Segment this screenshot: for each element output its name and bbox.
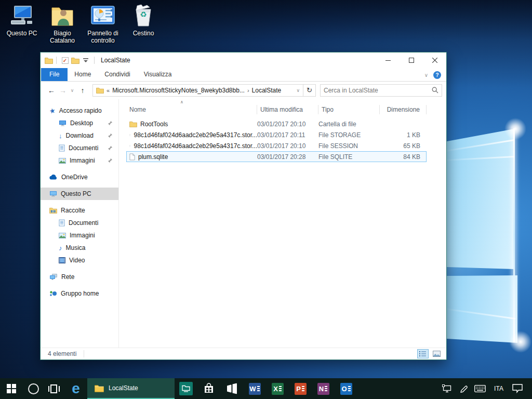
pin-icon <box>108 158 113 163</box>
sidebar-item-quick-access[interactable]: ★ Accesso rapido <box>41 104 118 117</box>
breadcrumb-parent[interactable]: Microsoft.MicrosoftStickyNotes_8wekyb3d8… <box>112 87 245 94</box>
column-headers: Nome Ultima modifica Tipo Dimensione <box>126 104 446 115</box>
details-view-button[interactable] <box>417 349 429 358</box>
cortana-icon <box>28 383 39 394</box>
windows-app-button[interactable] <box>220 378 243 399</box>
file-row-plum-sqlite[interactable]: plum.sqlite 03/01/2017 20:28 File SQLITE… <box>126 151 427 162</box>
help-button[interactable]: ? <box>433 71 441 79</box>
address-bar[interactable]: « Microsoft.MicrosoftStickyNotes_8wekyb3… <box>92 84 303 97</box>
title-bar[interactable]: ✓ LocalState <box>41 52 446 68</box>
sidebar-item-libraries[interactable]: Raccolte <box>41 204 118 217</box>
details-view-icon <box>419 351 427 357</box>
word-button[interactable]: W <box>243 378 266 399</box>
quick-access-icon: ★ <box>49 106 57 115</box>
excel-button[interactable]: X <box>266 378 289 399</box>
windows-logo-icon <box>7 384 16 393</box>
excel-letter: X <box>273 385 278 392</box>
address-dropdown-icon[interactable]: ∨ <box>296 88 300 93</box>
desktop-icon-control-panel[interactable]: Pannello di controllo <box>83 3 123 45</box>
sidebar-label: Documenti <box>69 144 98 152</box>
column-header-size[interactable]: Dimensione <box>380 105 427 114</box>
file-icon <box>129 142 130 150</box>
desktop: Questo PC Biagio Catalano <box>0 0 532 399</box>
refresh-button[interactable]: ↻ <box>303 84 316 97</box>
action-center-button[interactable] <box>509 378 526 399</box>
file-row-storage[interactable]: 98c1d46faf024d6aadc2eb29e5a4317c.stor...… <box>126 129 427 140</box>
history-caret-icon[interactable]: ∨ <box>69 88 76 93</box>
minimize-button[interactable] <box>376 52 400 68</box>
qat-properties-button[interactable]: ✓ <box>60 55 70 66</box>
taskbar-active-task[interactable]: LocalState <box>87 378 175 399</box>
close-button[interactable] <box>423 52 446 68</box>
cortana-button[interactable] <box>23 378 44 399</box>
sidebar-item-desktop[interactable]: Desktop <box>41 117 118 129</box>
breadcrumb-overflow-chevron[interactable]: « <box>107 87 110 94</box>
sidebar-item-video[interactable]: Video <box>41 254 118 267</box>
powerpoint-button[interactable]: P <box>289 378 312 399</box>
tab-share[interactable]: Condividi <box>98 68 137 81</box>
pen-tray-button[interactable] <box>455 378 472 399</box>
search-icon <box>432 87 438 94</box>
search-input[interactable] <box>324 87 432 94</box>
sidebar-item-onedrive[interactable]: OneDrive <box>41 171 118 183</box>
tab-view[interactable]: Visualizza <box>137 68 179 81</box>
doc-lines <box>257 386 260 391</box>
doc-lines <box>348 386 351 391</box>
search-box[interactable] <box>320 84 442 97</box>
desktop-icon-recycle-bin[interactable]: ♻ Cestino <box>124 3 163 45</box>
file-modified: 03/01/2017 20:11 <box>257 131 318 139</box>
column-header-name[interactable]: Nome <box>126 105 257 114</box>
window-content: ★ Accesso rapido Desktop ↓ Download Docu… <box>41 99 446 348</box>
sidebar-item-lib-pictures[interactable]: Immagini <box>41 229 118 242</box>
onenote-button[interactable]: N <box>312 378 335 399</box>
pin-icon <box>108 145 113 151</box>
maximize-button[interactable] <box>400 52 423 68</box>
file-name: RootTools <box>140 121 168 128</box>
desktop-icon-user-folder[interactable]: Biagio Catalano <box>43 3 82 45</box>
language-indicator[interactable]: ITA <box>488 378 509 399</box>
sidebar-item-music[interactable]: ♪ Musica <box>41 242 118 254</box>
desktop-icon-this-pc[interactable]: Questo PC <box>2 3 42 45</box>
file-type: File SQLITE <box>318 153 380 161</box>
tab-file[interactable]: File <box>41 68 68 81</box>
network-tray-button[interactable] <box>438 378 455 399</box>
doc-lines <box>325 386 327 391</box>
sidebar-item-pictures[interactable]: Immagini <box>41 154 118 167</box>
edge-button[interactable]: e <box>64 378 87 399</box>
forward-button[interactable]: → <box>57 86 69 95</box>
file-list-pane: ∧ Nome Ultima modifica Tipo Dimensione R… <box>119 99 446 348</box>
sidebar-item-this-pc[interactable]: Questo PC <box>41 188 118 200</box>
sidebar-item-documents[interactable]: Documenti <box>41 142 118 154</box>
task-view-button[interactable] <box>44 378 64 399</box>
pictures-icon <box>59 158 66 164</box>
column-header-modified[interactable]: Ultima modifica <box>257 105 318 114</box>
qat-new-folder-button[interactable] <box>70 55 81 66</box>
touch-keyboard-button[interactable] <box>472 378 488 399</box>
file-type: File SESSION <box>318 142 380 150</box>
sidebar-item-download[interactable]: ↓ Download <box>41 129 118 142</box>
separator <box>94 57 95 64</box>
sidebar-label: Accesso rapido <box>59 107 102 114</box>
thumbnails-view-button[interactable] <box>431 349 442 358</box>
word-letter: W <box>249 385 256 392</box>
outlook-button[interactable]: O <box>335 378 357 399</box>
sidebar-label: Questo PC <box>61 190 91 197</box>
file-row-roottools[interactable]: RootTools 03/01/2017 20:10 Cartella di f… <box>126 118 427 129</box>
back-button[interactable]: ← <box>46 86 57 95</box>
sidebar-label: Immagini <box>70 157 95 164</box>
expand-ribbon-icon[interactable]: ∨ <box>424 72 428 78</box>
start-button[interactable] <box>0 378 23 399</box>
tab-home[interactable]: Home <box>68 68 98 81</box>
onenote-letter: N <box>319 385 324 392</box>
store-button[interactable] <box>197 378 220 399</box>
sidebar-item-lib-documents[interactable]: Documenti <box>41 217 118 229</box>
qat-customize-button[interactable] <box>81 55 91 66</box>
file-row-session[interactable]: 98c1d46faf024d6aadc2eb29e5a4317c.stor...… <box>126 140 427 151</box>
file-explorer-pinned-button[interactable] <box>175 378 197 399</box>
column-header-type[interactable]: Tipo <box>318 105 380 114</box>
sidebar-item-network[interactable]: Rete <box>41 271 118 283</box>
breadcrumb-current[interactable]: LocalState <box>252 87 282 94</box>
breadcrumb-separator[interactable]: › <box>247 87 249 94</box>
up-button[interactable]: ↑ <box>77 86 88 95</box>
sidebar-item-homegroup[interactable]: Gruppo home <box>41 287 118 300</box>
